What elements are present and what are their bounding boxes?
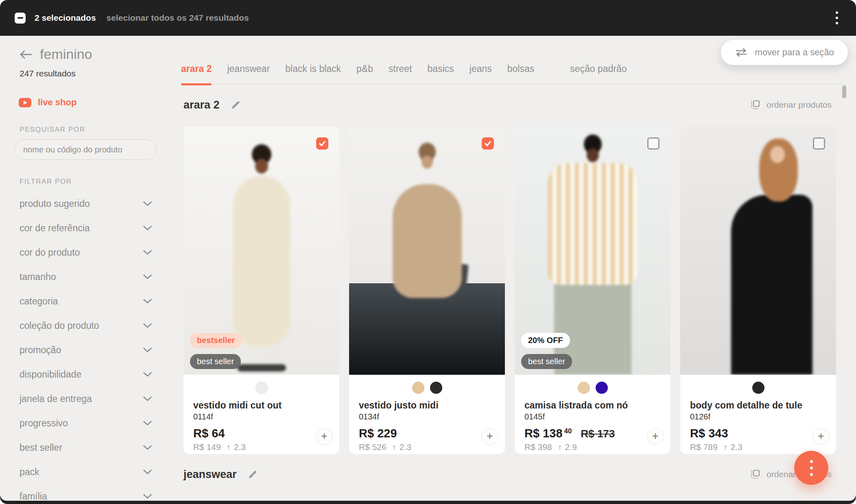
selected-count-label: 2 selecionados — [35, 13, 96, 23]
order-products-button[interactable]: ordenar produtos — [750, 100, 832, 110]
filter-produto-sugerido[interactable]: produto sugerido — [15, 191, 157, 216]
add-product-button[interactable]: + — [316, 428, 333, 445]
color-swatches — [359, 375, 495, 394]
tab-black-is-black[interactable]: black is black — [285, 36, 341, 84]
price-row: R$ 343 — [690, 427, 826, 440]
filter-progressivo[interactable]: progressivo — [15, 411, 157, 435]
tab-arara-2[interactable]: arara 2 — [181, 36, 212, 84]
filter-pack[interactable]: pack — [15, 460, 157, 484]
live-shop-label: live shop — [38, 97, 76, 108]
filter-cor-de-refer-ncia[interactable]: cor de referência — [15, 216, 157, 240]
add-product-button[interactable]: + — [647, 428, 664, 445]
product-grid: best sellerbestseller vestido midi cut o… — [183, 126, 845, 454]
filter-cor-do-produto[interactable]: cor do produto — [15, 240, 157, 265]
order-products-icon — [750, 469, 761, 480]
edit-section-icon[interactable] — [247, 469, 258, 480]
color-swatch[interactable] — [430, 382, 442, 394]
compare-price-row: R$ 398 ↑ 2.9 — [524, 442, 661, 452]
color-swatch[interactable] — [596, 382, 608, 394]
product-checkbox[interactable] — [482, 137, 494, 150]
chevron-down-icon — [143, 298, 152, 304]
add-product-button[interactable]: + — [812, 428, 830, 445]
compare-price: R$ 398 — [524, 442, 552, 452]
main-content: arara 2jeanswearblack is blackp&bstreetb… — [171, 36, 856, 501]
filter-janela-de-entrega[interactable]: janela de entrega — [15, 387, 157, 411]
order-products-icon — [750, 100, 761, 110]
product-info: camisa listrada com nó 0145f R$ 138 40 R… — [515, 375, 670, 454]
product-price: R$ 343 — [690, 427, 728, 440]
scrollbar-thumb[interactable] — [842, 85, 846, 98]
order-products-label: ordenar produtos — [766, 100, 832, 110]
badge-best-seller: best seller — [521, 354, 572, 369]
section-title: arara 2 — [183, 99, 220, 111]
product-card[interactable]: best sellerbestseller vestido midi cut o… — [183, 126, 339, 454]
tab-street[interactable]: street — [389, 36, 412, 84]
chevron-down-icon — [143, 323, 152, 328]
tab-jeans[interactable]: jeans — [469, 36, 492, 84]
section-title: jeanswear — [183, 468, 237, 481]
chevron-down-icon — [143, 347, 152, 353]
chevron-down-icon — [143, 250, 152, 255]
filter-best-seller[interactable]: best seller — [15, 435, 157, 460]
product-name: body com detalhe de tule — [690, 400, 826, 411]
filter-promo-o[interactable]: promoção — [15, 338, 157, 362]
color-swatch[interactable] — [578, 382, 590, 394]
tab-se-o-padr-o[interactable]: seção padrão — [570, 36, 627, 84]
edit-section-icon[interactable] — [230, 100, 241, 110]
topbar-menu-icon[interactable] — [832, 8, 841, 28]
price-row: R$ 138 40 R$ 173 — [524, 427, 661, 440]
filter-label: pack — [20, 467, 39, 478]
color-swatch[interactable] — [255, 382, 268, 394]
product-photo: best seller20% OFF — [515, 126, 670, 375]
filter-label: família — [20, 491, 47, 501]
filter-fam-lia[interactable]: família — [15, 484, 157, 501]
product-card[interactable]: best seller20% OFF camisa listrada com n… — [515, 126, 670, 454]
badge-list: best seller20% OFF — [521, 333, 572, 369]
product-card[interactable]: body com detalhe de tule 0126f R$ 343 R$… — [680, 126, 836, 454]
add-product-button[interactable]: + — [481, 428, 498, 445]
filter-label: produto sugerido — [20, 198, 90, 209]
filter-cole-o-do-produto[interactable]: coleção do produto — [15, 313, 157, 338]
product-card[interactable]: vestido justo midi 0134f R$ 229 R$ 526 ↑… — [349, 126, 505, 454]
app-window: 2 selecionados selecionar todos os 247 r… — [0, 0, 856, 504]
results-count: 247 resultados — [20, 69, 157, 78]
arrow-up-icon: ↑ — [227, 443, 231, 452]
move-to-section-button[interactable]: mover para a seção — [721, 40, 848, 65]
product-checkbox[interactable] — [316, 137, 328, 150]
filter-label: progressivo — [20, 418, 68, 429]
price-row: R$ 64 — [193, 427, 330, 440]
filter-section-label: FILTRAR POR — [20, 178, 157, 186]
more-actions-fab[interactable] — [794, 451, 828, 485]
product-name: camisa listrada com nó — [524, 400, 661, 411]
product-photo — [680, 126, 836, 375]
filter-tamanho[interactable]: tamanho — [15, 265, 157, 289]
product-old-price: R$ 173 — [581, 428, 615, 440]
compare-price: R$ 789 — [690, 442, 718, 452]
growth-value: 2.3 — [400, 442, 411, 452]
chevron-down-icon — [143, 493, 152, 499]
tab-jeanswear[interactable]: jeanswear — [227, 36, 270, 84]
search-section-label: PESQUISAR POR — [20, 126, 157, 134]
product-checkbox[interactable] — [813, 137, 825, 150]
chevron-down-icon — [143, 274, 152, 280]
arrow-up-icon: ↑ — [558, 443, 562, 452]
back-arrow-icon[interactable] — [19, 49, 33, 60]
filter-disponibilidade[interactable]: disponibilidade — [15, 362, 157, 387]
product-checkbox[interactable] — [647, 137, 659, 150]
tab-bolsas[interactable]: bolsas — [507, 36, 534, 84]
indeterminate-minus-icon — [17, 17, 23, 19]
page-title: feminino — [40, 46, 92, 62]
search-input[interactable] — [15, 139, 156, 160]
tab-p-b[interactable]: p&b — [356, 36, 373, 84]
live-shop-button[interactable]: live shop — [19, 97, 157, 108]
select-all-checkbox[interactable] — [15, 13, 26, 24]
select-all-results-link[interactable]: selecionar todos os 247 resultados — [107, 13, 249, 23]
chevron-down-icon — [143, 445, 152, 450]
product-code: 0145f — [524, 412, 661, 421]
filter-categoria[interactable]: categoria — [15, 289, 157, 313]
filter-label: categoria — [20, 296, 58, 307]
move-to-section-label: mover para a seção — [755, 47, 834, 58]
tab-basics[interactable]: basics — [428, 36, 454, 84]
color-swatch[interactable] — [412, 382, 424, 394]
color-swatch[interactable] — [752, 382, 764, 394]
